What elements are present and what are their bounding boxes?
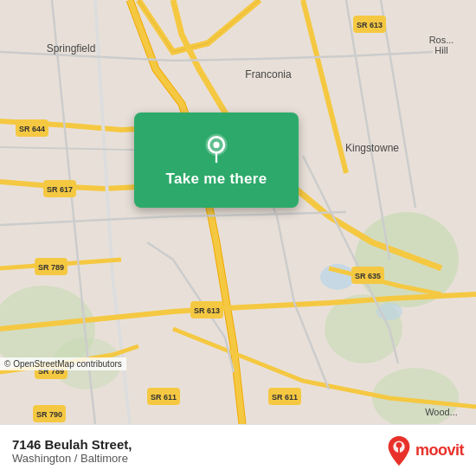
svg-text:SR 617: SR 617: [47, 185, 73, 194]
svg-text:SR 613: SR 613: [357, 21, 383, 29]
svg-text:Franconia: Franconia: [245, 68, 292, 80]
moovit-text: moovit: [415, 441, 464, 460]
svg-point-38: [213, 142, 219, 148]
take-me-there-label: Take me there: [166, 170, 267, 188]
bottom-bar: 7146 Beulah Street, Washington / Baltimo…: [0, 424, 476, 476]
address-section: 7146 Beulah Street, Washington / Baltimo…: [12, 437, 132, 465]
svg-text:SR 644: SR 644: [19, 125, 45, 133]
svg-text:SR 611: SR 611: [151, 393, 177, 402]
take-me-there-button[interactable]: Take me there: [134, 113, 299, 208]
svg-text:SR 789: SR 789: [38, 263, 64, 272]
svg-text:Ros...: Ros...: [429, 35, 454, 45]
moovit-logo: moovit: [386, 434, 464, 467]
svg-text:Springfield: Springfield: [47, 42, 96, 55]
svg-text:Kingstowne: Kingstowne: [345, 142, 399, 154]
svg-text:SR 611: SR 611: [272, 393, 298, 402]
svg-text:Hill: Hill: [434, 45, 447, 55]
svg-text:Wood...: Wood...: [425, 407, 458, 417]
svg-point-40: [396, 442, 402, 448]
location-pin-icon: [201, 132, 232, 164]
svg-text:SR 613: SR 613: [194, 306, 220, 315]
moovit-pin-icon: [386, 434, 412, 467]
svg-text:SR 635: SR 635: [355, 272, 381, 280]
map-container: SR 613 SR 644 SR 617 SR 789 SR 789 SR 79…: [0, 0, 476, 424]
svg-point-6: [320, 264, 355, 290]
copyright-notice: © OpenStreetMap contributors: [0, 357, 126, 370]
svg-text:SR 790: SR 790: [36, 410, 62, 419]
street-address: 7146 Beulah Street,: [12, 437, 132, 452]
city-label: Washington / Baltimore: [12, 452, 132, 465]
